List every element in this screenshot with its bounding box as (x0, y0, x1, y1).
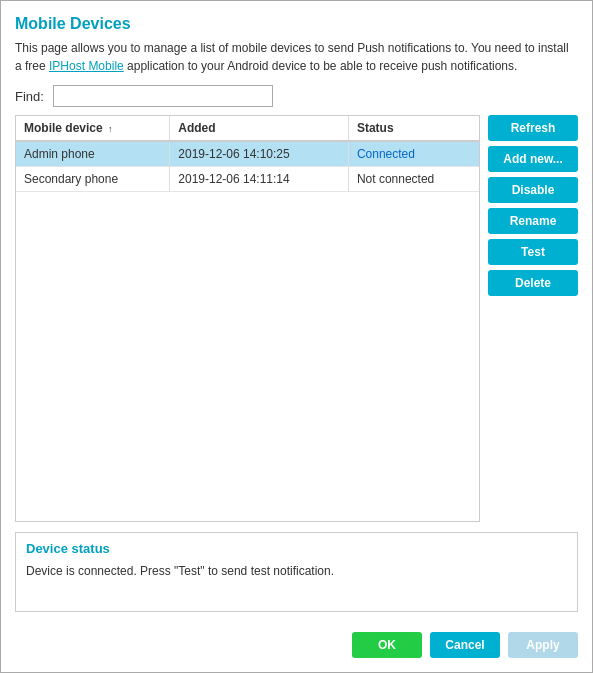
table-header: Mobile device ↑ Added Status (16, 116, 479, 141)
find-input[interactable] (53, 85, 273, 107)
device-name: Admin phone (16, 141, 170, 167)
apply-button[interactable]: Apply (508, 632, 578, 658)
rename-button[interactable]: Rename (488, 208, 578, 234)
find-row: Find: (15, 85, 578, 107)
footer: OK Cancel Apply (15, 624, 578, 658)
add-new-button[interactable]: Add new... (488, 146, 578, 172)
device-table: Mobile device ↑ Added Status Admin phone… (16, 116, 479, 192)
page-title: Mobile Devices (15, 15, 578, 33)
col-status[interactable]: Status (348, 116, 479, 141)
find-label: Find: (15, 89, 45, 104)
disable-button[interactable]: Disable (488, 177, 578, 203)
delete-button[interactable]: Delete (488, 270, 578, 296)
main-content: Mobile device ↑ Added Status Admin phone… (15, 115, 578, 522)
page-description: This page allows you to manage a list of… (15, 39, 578, 75)
action-buttons: Refresh Add new... Disable Rename Test D… (488, 115, 578, 522)
test-button[interactable]: Test (488, 239, 578, 265)
ok-button[interactable]: OK (352, 632, 422, 658)
device-added: 2019-12-06 14:10:25 (170, 141, 349, 167)
table-body: Admin phone 2019-12-06 14:10:25 Connecte… (16, 141, 479, 192)
device-table-section: Mobile device ↑ Added Status Admin phone… (15, 115, 480, 522)
refresh-button[interactable]: Refresh (488, 115, 578, 141)
device-status: Not connected (348, 167, 479, 192)
device-status: Connected (348, 141, 479, 167)
device-name: Secondary phone (16, 167, 170, 192)
cancel-button[interactable]: Cancel (430, 632, 500, 658)
table-wrapper: Mobile device ↑ Added Status Admin phone… (16, 116, 479, 521)
sort-arrow-device: ↑ (108, 124, 113, 134)
table-row[interactable]: Secondary phone 2019-12-06 14:11:14 Not … (16, 167, 479, 192)
iphost-mobile-link[interactable]: IPHost Mobile (49, 59, 124, 73)
col-mobile-device[interactable]: Mobile device ↑ (16, 116, 170, 141)
col-added[interactable]: Added (170, 116, 349, 141)
device-added: 2019-12-06 14:11:14 (170, 167, 349, 192)
device-status-text: Device is connected. Press "Test" to sen… (26, 564, 567, 578)
table-row[interactable]: Admin phone 2019-12-06 14:10:25 Connecte… (16, 141, 479, 167)
device-status-title: Device status (26, 541, 567, 556)
device-status-section: Device status Device is connected. Press… (15, 532, 578, 612)
main-window: Mobile Devices This page allows you to m… (0, 0, 593, 673)
